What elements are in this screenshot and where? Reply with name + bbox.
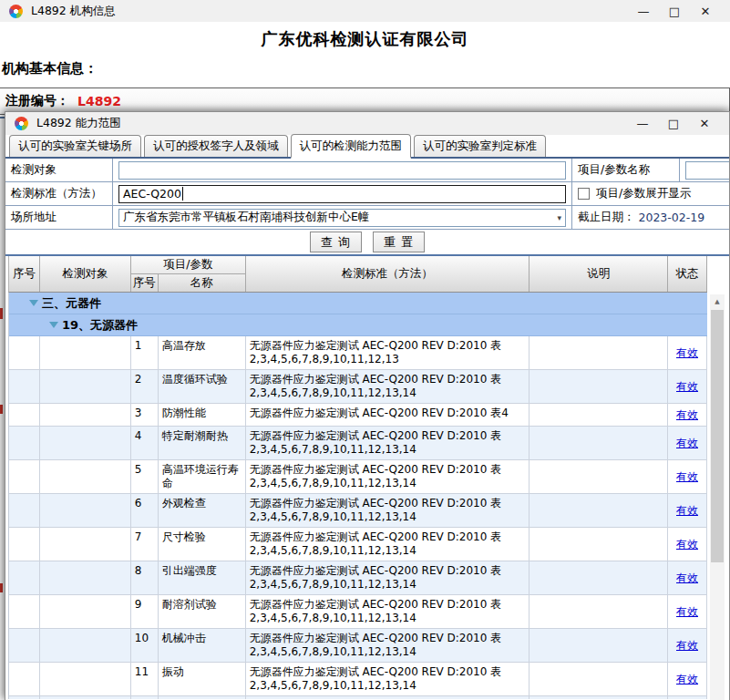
table-row: 4 特定耐潮耐热 无源器件应力鉴定测试 AEC-Q200 REV D:2010 … xyxy=(9,427,707,460)
table-row: 7 尺寸检验 无源器件应力鉴定测试 AEC-Q200 REV D:2010 表 … xyxy=(9,528,707,561)
status-valid-link[interactable]: 有效 xyxy=(676,538,698,551)
maximize-icon[interactable]: □ xyxy=(658,117,689,130)
cell-param-seq: 10 xyxy=(131,629,159,663)
status-valid-link[interactable]: 有效 xyxy=(676,639,698,653)
basic-info-section-label: 机构基本信息： xyxy=(2,60,730,77)
tab-lab-key-sites[interactable]: 认可的实验室关键场所 xyxy=(9,135,141,157)
scroll-up-icon[interactable]: ▲ xyxy=(710,294,725,309)
cell-status: 有效 xyxy=(668,494,707,528)
capability-titlebar[interactable]: L4892 能力范围 — □ ✕ xyxy=(5,112,729,135)
cell-param-name: 引出端强度 xyxy=(159,561,246,595)
tab-authorized-signatories[interactable]: 认可的授权签字人及领域 xyxy=(144,135,288,157)
close-icon[interactable]: ✕ xyxy=(689,117,720,130)
table-row: 9 耐溶剂试验 无源器件应力鉴定测试 AEC-Q200 REV D:2010 表… xyxy=(9,595,707,629)
tab-bar: 认可的实验室关键场所 认可的授权签字人及领域 认可的检测能力范围 认可的实验室判… xyxy=(5,135,729,159)
status-valid-link[interactable]: 有效 xyxy=(676,437,698,450)
tab-lab-criteria[interactable]: 认可的实验室判定标准 xyxy=(414,135,546,157)
cell-standard: 无源器件应力鉴定测试 AEC-Q200 REV D:2010 表 2,3,4,5… xyxy=(246,595,530,629)
group-row-passive-components[interactable]: 19、无源器件 xyxy=(9,314,707,336)
cell-param-name: 高温环境运行寿命 xyxy=(159,460,246,494)
cell-param-name: 振动 xyxy=(159,663,246,696)
status-valid-link[interactable]: 有效 xyxy=(676,380,698,394)
cell-group-seq xyxy=(9,629,40,663)
header-test-object: 检测对象 xyxy=(40,256,131,292)
table-row: 2 温度循环试验 无源器件应力鉴定测试 AEC-Q200 REV D:2010 … xyxy=(9,370,707,404)
cell-status: 有效 xyxy=(668,561,707,595)
cell-param-seq: 5 xyxy=(131,460,159,494)
cell-group-seq xyxy=(9,427,40,460)
cell-group-seq xyxy=(9,528,40,561)
cell-group-seq xyxy=(9,663,40,696)
minimize-icon[interactable]: — xyxy=(627,117,658,130)
deadline-row: 截止日期： 2023-02-19 xyxy=(572,206,729,230)
status-valid-link[interactable]: 有效 xyxy=(676,571,698,585)
app-icon xyxy=(15,117,28,130)
window-controls: — □ ✕ xyxy=(628,5,721,18)
institution-titlebar[interactable]: L4892 机构信息 — □ ✕ xyxy=(0,0,730,22)
status-valid-link[interactable]: 有效 xyxy=(676,408,698,422)
address-value: 广东省东莞市常平镇板石村南埔科技创新中心E幢 xyxy=(123,210,369,225)
test-object-cell xyxy=(113,159,572,182)
cell-param-seq: 11 xyxy=(131,663,159,696)
minimize-icon[interactable]: — xyxy=(628,5,659,18)
collapse-triangle-icon[interactable] xyxy=(29,300,38,306)
address-select[interactable]: 广东省东莞市常平镇板石村南埔科技创新中心E幢 ▾ xyxy=(118,209,566,227)
cell-status: 有效 xyxy=(668,663,707,696)
table-row: 11 振动 无源器件应力鉴定测试 AEC-Q200 REV D:2010 表 2… xyxy=(9,663,707,696)
header-status: 状态 xyxy=(668,256,707,292)
cell-description xyxy=(530,561,668,595)
cell-group-seq xyxy=(9,595,40,629)
param-name-label: 项目/参数名称 xyxy=(572,159,680,182)
cell-param-seq: 7 xyxy=(131,528,159,561)
param-name-input[interactable] xyxy=(685,161,729,180)
cell-group-seq xyxy=(9,460,40,494)
maximize-icon[interactable]: □ xyxy=(659,5,690,18)
cell-test-object xyxy=(40,460,131,494)
cell-test-object xyxy=(40,629,131,663)
cell-status: 有效 xyxy=(668,629,707,663)
cell-description xyxy=(530,370,668,404)
cell-status: 有效 xyxy=(668,595,707,629)
cell-status: 有效 xyxy=(668,370,707,404)
scrollbar-thumb[interactable] xyxy=(711,310,724,562)
cell-description xyxy=(530,629,668,663)
cell-param-seq: 9 xyxy=(131,595,159,629)
collapse-triangle-icon[interactable] xyxy=(49,322,58,328)
standard-cell: AEC-Q200 xyxy=(113,182,572,206)
query-button[interactable]: 查 询 xyxy=(310,232,362,252)
cell-param-seq: 8 xyxy=(131,561,159,595)
table-row: 5 高温环境运行寿命 无源器件应力鉴定测试 AEC-Q200 REV D:201… xyxy=(9,460,707,494)
group-row-components[interactable]: 三、元器件 xyxy=(9,293,707,314)
status-valid-link[interactable]: 有效 xyxy=(676,673,698,686)
tab-testing-capability[interactable]: 认可的检测能力范围 xyxy=(291,134,412,159)
status-valid-link[interactable]: 有效 xyxy=(676,470,698,484)
reset-button[interactable]: 重 置 xyxy=(373,232,425,252)
standard-input[interactable]: AEC-Q200 xyxy=(118,185,566,203)
test-object-input[interactable] xyxy=(118,161,566,180)
cell-param-name: 尺寸检验 xyxy=(159,528,246,561)
cell-group-seq xyxy=(9,561,40,595)
status-valid-link[interactable]: 有效 xyxy=(676,605,698,619)
search-form: 检测对象 项目/参数名称 检测标准（方法） AEC-Q200 项目/参数展开显示… xyxy=(5,159,729,230)
cell-status xyxy=(668,696,707,699)
status-valid-link[interactable]: 有效 xyxy=(676,346,698,360)
expand-checkbox[interactable] xyxy=(578,188,590,200)
header-param-group: 项目/参数 序号 名称 xyxy=(131,256,246,292)
close-icon[interactable]: ✕ xyxy=(690,5,721,18)
cell-standard: 无源器件应力鉴定测试 AEC-Q200 REV D:2010 表 2,3,4,5… xyxy=(246,629,530,663)
cell-param-name: 机械冲击 xyxy=(159,629,246,663)
cell-group-seq xyxy=(9,404,40,427)
cell-standard: 无源器件应力鉴定测试 AEC-Q200 REV D:2010 表 2,3,4,5… xyxy=(246,427,530,460)
vertical-scrollbar[interactable]: ▲ xyxy=(710,294,725,700)
cell-test-object xyxy=(40,595,131,629)
cell-test-object xyxy=(40,427,131,460)
cell-param-name xyxy=(159,696,246,699)
table-scroll-area: 三、元器件 19、无源器件 1 高温存放 无源器件应力鉴定测试 AEC-Q200… xyxy=(8,293,707,699)
cell-group-seq xyxy=(9,336,40,370)
cell-param-seq: 1 xyxy=(131,336,159,370)
cell-description xyxy=(530,595,668,629)
cell-test-object xyxy=(40,370,131,404)
status-valid-link[interactable]: 有效 xyxy=(676,504,698,518)
header-description: 说明 xyxy=(530,256,668,292)
cell-standard: 无源器件应力鉴定测试 AEC-Q200 REV D:2010 表 2,3,4,5… xyxy=(246,494,530,528)
